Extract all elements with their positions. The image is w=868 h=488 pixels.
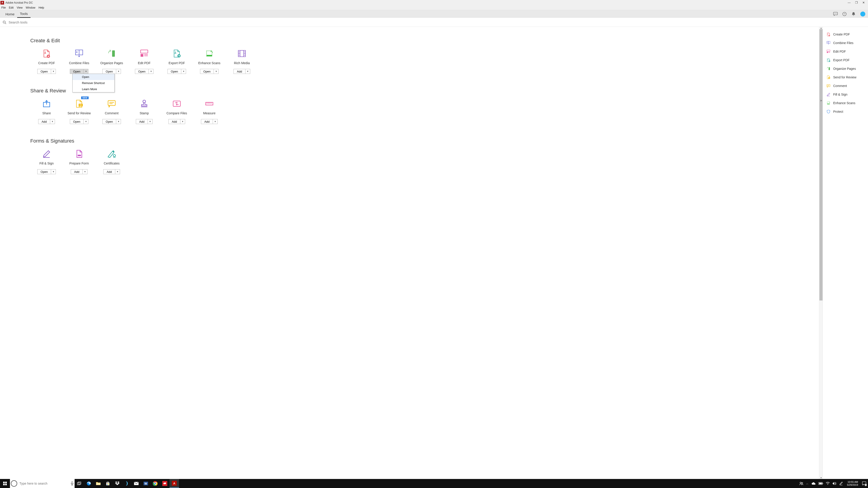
action-center-icon[interactable]: 4	[862, 482, 866, 486]
maximize-button[interactable]: ❐	[855, 1, 858, 4]
mail-icon[interactable]	[131, 479, 141, 488]
tool-button-main[interactable]: Add	[234, 69, 246, 74]
taskbar-search-input[interactable]	[20, 482, 70, 485]
right-panel-item-create-pdf[interactable]: Create PDF	[825, 30, 866, 39]
tool-button-main[interactable]: Open	[103, 69, 116, 74]
dropdown-item[interactable]: Open	[72, 74, 114, 80]
tool-button-dropdown[interactable]: ▼	[51, 169, 56, 174]
menu-edit[interactable]: Edit	[9, 6, 13, 9]
tool-button-main[interactable]: Open	[70, 119, 84, 124]
tool-button-main[interactable]: Open	[37, 69, 51, 74]
tool-button-main[interactable]: Open	[135, 69, 149, 74]
right-panel-item-send-review[interactable]: Send for Review	[825, 73, 866, 82]
tool-button-main[interactable]: Add	[71, 169, 83, 174]
tool-button-main[interactable]: Open	[70, 69, 84, 74]
rich-media-icon[interactable]	[237, 49, 246, 58]
people-icon[interactable]	[799, 482, 803, 486]
right-panel-item-fill-sign[interactable]: Fill & Sign	[825, 90, 866, 99]
store-icon[interactable]	[103, 479, 113, 488]
user-avatar[interactable]	[860, 11, 865, 17]
scrollbar-track[interactable]: ▲ ▼	[819, 27, 823, 479]
measure-icon[interactable]	[205, 99, 214, 108]
word-icon[interactable]: W	[141, 479, 151, 488]
organize-icon[interactable]	[107, 49, 116, 58]
app-icon-1[interactable]	[122, 479, 131, 488]
tool-button-main[interactable]: Open	[168, 69, 182, 74]
create-pdf-icon[interactable]	[42, 49, 51, 58]
tool-button-main[interactable]: Open	[200, 69, 214, 74]
tool-button-main[interactable]: Add	[103, 169, 115, 174]
tray-chevron-icon[interactable]: ︿	[806, 482, 809, 485]
menu-file[interactable]: File	[1, 6, 6, 9]
right-panel-item-combine[interactable]: Combine Files	[825, 39, 866, 47]
right-panel-item-organize[interactable]: Organize Pages	[825, 64, 866, 73]
acrobat-taskbar-icon[interactable]: A	[169, 479, 179, 488]
menu-window[interactable]: Window	[26, 6, 35, 9]
start-button[interactable]	[0, 479, 10, 488]
tool-button-main[interactable]: Open	[103, 119, 116, 124]
wifi-icon[interactable]	[826, 482, 830, 485]
mic-icon[interactable]	[70, 481, 74, 486]
tool-button-dropdown[interactable]: ▼	[83, 169, 87, 174]
send-review-icon[interactable]	[74, 99, 84, 108]
volume-icon[interactable]	[833, 482, 837, 485]
compare-icon[interactable]	[172, 99, 181, 108]
dropdown-item[interactable]: Remove Shortcut	[72, 80, 114, 86]
prepare-form-icon[interactable]	[74, 149, 84, 158]
right-panel-item-edit-pdf[interactable]: Edit PDF	[825, 47, 866, 56]
ink-icon[interactable]	[839, 482, 843, 486]
fill-sign-icon[interactable]	[42, 149, 51, 158]
tool-button-dropdown[interactable]: ▼	[84, 69, 88, 74]
tool-button-main[interactable]: Add	[136, 119, 148, 124]
tool-button-dropdown[interactable]: ▼	[116, 69, 121, 74]
edge-icon[interactable]	[84, 479, 94, 488]
share-icon[interactable]	[42, 99, 51, 108]
right-panel-item-export-pdf[interactable]: Export PDF	[825, 56, 866, 64]
panel-toggle[interactable]: ▶	[820, 99, 822, 102]
stamp-icon[interactable]	[140, 99, 149, 108]
export-pdf-icon[interactable]	[172, 49, 181, 58]
tool-button-dropdown[interactable]: ▼	[246, 69, 250, 74]
enhance-icon[interactable]	[205, 49, 214, 58]
tool-button-dropdown[interactable]: ▼	[213, 119, 217, 124]
tool-button-dropdown[interactable]: ▼	[116, 119, 121, 124]
dropdown-item[interactable]: Learn More	[72, 86, 114, 92]
notifications-icon[interactable]	[851, 12, 856, 16]
tool-button-dropdown[interactable]: ▼	[84, 119, 88, 124]
comment-icon[interactable]	[107, 99, 116, 108]
tool-button-dropdown[interactable]: ▼	[180, 119, 185, 124]
certificates-icon[interactable]	[107, 149, 116, 158]
tool-button-dropdown[interactable]: ▼	[51, 69, 56, 74]
tool-button-dropdown[interactable]: ▼	[50, 119, 55, 124]
menu-help[interactable]: Help	[39, 6, 44, 9]
edit-pdf-icon[interactable]	[140, 49, 149, 58]
tab-tools[interactable]: Tools	[17, 10, 31, 18]
tool-button-main[interactable]: Add	[201, 119, 213, 124]
messages-icon[interactable]	[833, 12, 838, 16]
tool-button-dropdown[interactable]: ▼	[115, 169, 120, 174]
close-button[interactable]: ✕	[862, 1, 865, 4]
combine-icon[interactable]	[74, 49, 84, 58]
task-view-icon[interactable]	[74, 479, 84, 488]
menu-view[interactable]: View	[17, 6, 23, 9]
dropbox-icon[interactable]	[113, 479, 122, 488]
tool-button-dropdown[interactable]: ▼	[148, 119, 152, 124]
tool-button-dropdown[interactable]: ▼	[181, 69, 186, 74]
right-panel-item-protect[interactable]: Protect	[825, 107, 866, 116]
creative-cloud-icon[interactable]	[160, 479, 169, 488]
search-input[interactable]	[8, 20, 99, 24]
taskbar-clock[interactable]: 10:55 AM 5/29/2019	[846, 481, 860, 486]
explorer-icon[interactable]	[94, 479, 103, 488]
onedrive-icon[interactable]	[811, 482, 816, 485]
tool-button-dropdown[interactable]: ▼	[214, 69, 218, 74]
right-panel-item-enhance[interactable]: Enhance Scans	[825, 99, 866, 107]
right-panel-item-comment[interactable]: Comment	[825, 82, 866, 90]
scrollbar-thumb[interactable]	[819, 29, 823, 300]
tab-home[interactable]: Home	[3, 10, 17, 18]
chrome-icon[interactable]	[151, 479, 160, 488]
minimize-button[interactable]: —	[848, 1, 850, 4]
tool-button-main[interactable]: Add	[38, 119, 50, 124]
battery-icon[interactable]	[818, 482, 823, 485]
tool-button-main[interactable]: Add	[168, 119, 180, 124]
taskbar-search[interactable]	[10, 479, 74, 488]
